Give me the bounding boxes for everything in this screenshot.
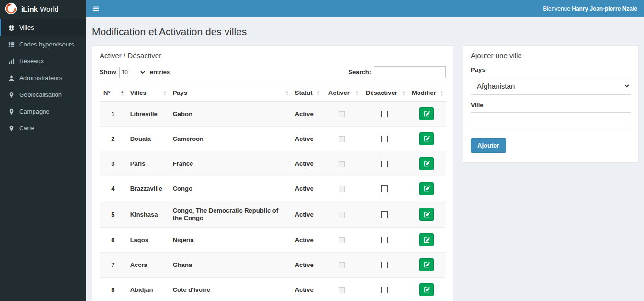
table-row: 6 Lagos Nigeria Active xyxy=(100,228,446,253)
user-icon xyxy=(8,75,15,81)
activer-checkbox[interactable] xyxy=(339,212,345,218)
sidebar-item-reseaux[interactable]: Réseaux xyxy=(0,53,86,69)
sort-icon: ▲▼ xyxy=(440,90,443,96)
activer-checkbox[interactable] xyxy=(339,186,345,192)
page-length-select[interactable]: 10 xyxy=(119,67,147,78)
card-title: Activer / Désactiver xyxy=(100,51,446,59)
cell-pays: Ghana xyxy=(169,253,291,278)
sidebar-item-campagne[interactable]: Campagne xyxy=(0,103,86,120)
table-row: 8 Abidjan Cote d'Ivoire Active xyxy=(100,278,446,301)
column-header-modifier[interactable]: Modifier ▲▼ xyxy=(407,84,446,102)
edit-button[interactable] xyxy=(419,132,434,145)
sort-icon: ▲▼ xyxy=(163,90,167,96)
edit-button[interactable] xyxy=(419,208,434,221)
edit-icon xyxy=(424,161,430,167)
sidebar: Villes Codes hyperviseurs Réseaux Admini… xyxy=(0,17,86,301)
cell-statut: Active xyxy=(291,278,323,301)
cell-num: 4 xyxy=(100,176,126,201)
column-header-activer[interactable]: Activer ▲▼ xyxy=(322,84,361,102)
edit-button[interactable] xyxy=(419,258,434,271)
table-row: 3 Paris France Active xyxy=(100,151,446,176)
sidebar-item-geolocalisation[interactable]: Géolocalisation xyxy=(0,86,86,103)
column-header-num[interactable]: N° ▲▼ xyxy=(100,84,126,102)
activer-checkbox[interactable] xyxy=(339,237,345,243)
bar-chart-icon xyxy=(8,58,15,65)
cell-ville: Libreville xyxy=(126,102,169,127)
activer-checkbox[interactable] xyxy=(339,136,345,142)
column-header-villes[interactable]: Villes ▲▼ xyxy=(126,84,169,102)
cell-pays: Congo xyxy=(169,176,291,201)
hamburger-icon[interactable] xyxy=(86,0,105,17)
activer-checkbox[interactable] xyxy=(339,161,345,167)
ville-label: Ville xyxy=(471,102,631,109)
table-row: 7 Accra Ghana Active xyxy=(100,253,446,278)
edit-button[interactable] xyxy=(419,283,434,296)
table-row: 4 Brazzaville Congo Active xyxy=(100,176,446,201)
sidebar-item-label: Villes xyxy=(19,24,34,31)
cell-statut: Active xyxy=(291,253,323,278)
cell-ville: Lagos xyxy=(126,228,169,253)
cell-statut: Active xyxy=(291,228,323,253)
cell-num: 8 xyxy=(100,278,126,301)
cell-ville: Paris xyxy=(126,151,169,176)
desactiver-checkbox[interactable] xyxy=(381,237,388,243)
cell-pays: Cote d'Ivoire xyxy=(169,278,291,301)
sidebar-item-villes[interactable]: Villes xyxy=(0,19,86,36)
edit-button[interactable] xyxy=(419,233,434,246)
globe-icon xyxy=(8,24,15,31)
brand-title: iLink World xyxy=(21,5,58,13)
search-input[interactable] xyxy=(374,66,446,78)
sidebar-item-label: Campagne xyxy=(19,108,50,115)
edit-icon xyxy=(424,111,430,117)
sidebar-item-administrateurs[interactable]: Administrateurs xyxy=(0,69,86,86)
desactiver-checkbox[interactable] xyxy=(381,136,388,142)
edit-button[interactable] xyxy=(419,107,434,120)
ilink-logo-icon xyxy=(5,2,17,15)
ajouter-button[interactable]: Ajouter xyxy=(471,138,506,153)
column-header-desactiver[interactable]: Désactiver ▲▼ xyxy=(361,84,407,102)
cell-ville: Accra xyxy=(126,253,169,278)
activate-deactivate-card: Activer / Désactiver Show 10 entries Sea… xyxy=(92,45,453,301)
column-header-statut[interactable]: Statut ▲▼ xyxy=(291,84,323,102)
desactiver-checkbox[interactable] xyxy=(381,287,388,293)
sidebar-item-carte[interactable]: Carte xyxy=(0,120,86,137)
desactiver-checkbox[interactable] xyxy=(381,185,388,192)
top-bar: iLink World Bienvenue Hanry Jean-pierre … xyxy=(0,0,644,17)
edit-icon xyxy=(424,237,430,243)
page-length-control: Show 10 entries xyxy=(100,67,170,78)
cell-ville: Douala xyxy=(126,127,169,151)
activer-checkbox[interactable] xyxy=(339,111,345,117)
brand-title-bold: iLink xyxy=(21,5,38,13)
column-header-pays[interactable]: Pays ▲▼ xyxy=(169,84,291,102)
entries-label: entries xyxy=(150,69,170,76)
page-title: Modification et Activation des villes xyxy=(92,26,639,37)
desactiver-checkbox[interactable] xyxy=(381,111,388,117)
cell-ville: Kinshasa xyxy=(126,201,169,228)
desactiver-checkbox[interactable] xyxy=(381,211,388,218)
map-marker-icon xyxy=(8,108,15,115)
pays-select[interactable]: Afghanistan xyxy=(471,77,631,95)
desactiver-checkbox[interactable] xyxy=(381,161,388,167)
cell-num: 7 xyxy=(100,253,126,278)
cell-pays: Cameroon xyxy=(169,127,291,151)
cell-statut: Active xyxy=(291,151,323,176)
sidebar-item-label: Codes hyperviseurs xyxy=(19,41,74,48)
cell-statut: Active xyxy=(291,176,323,201)
edit-button[interactable] xyxy=(419,182,434,195)
table-row: 5 Kinshasa Congo, The Democratic Republi… xyxy=(100,201,446,228)
edit-icon xyxy=(424,211,430,218)
brand[interactable]: iLink World xyxy=(0,0,86,17)
sidebar-item-label: Administrateurs xyxy=(19,74,62,81)
edit-button[interactable] xyxy=(419,157,434,170)
activer-checkbox[interactable] xyxy=(339,287,345,293)
sort-icon: ▲▼ xyxy=(285,90,289,96)
sidebar-item-codes-hyperviseurs[interactable]: Codes hyperviseurs xyxy=(0,36,86,53)
ville-input[interactable] xyxy=(471,112,631,130)
desactiver-checkbox[interactable] xyxy=(381,262,388,268)
edit-icon xyxy=(424,262,430,268)
cell-pays: Congo, The Democratic Republic of the Co… xyxy=(169,201,291,228)
sort-icon: ▲▼ xyxy=(355,90,359,96)
sidebar-item-label: Carte xyxy=(19,125,34,132)
activer-checkbox[interactable] xyxy=(339,262,345,268)
navbar: Bienvenue Hanry Jean-pierre Nzale xyxy=(86,0,644,17)
